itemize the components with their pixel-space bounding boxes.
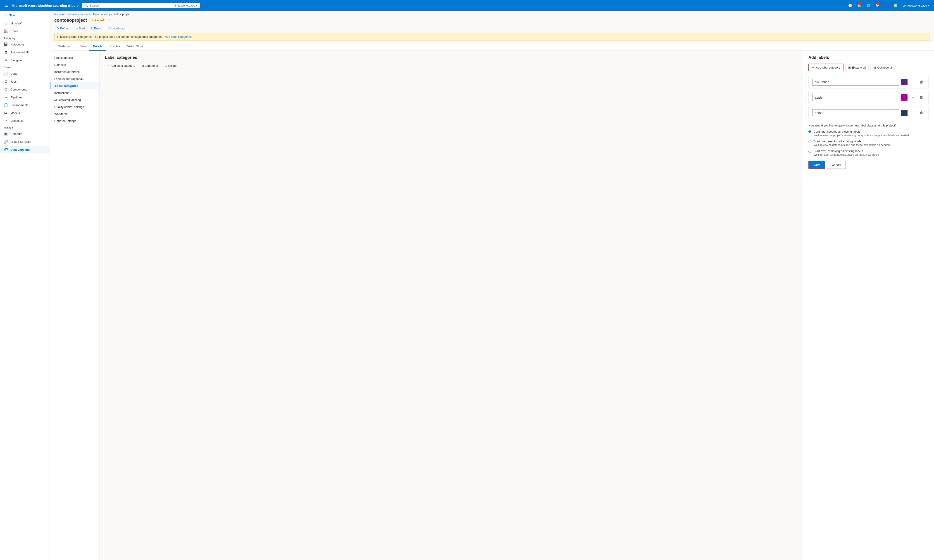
expand-all-button[interactable]: ⊞ Expand all [845, 64, 869, 71]
breadcrumb: Microsoft › contosoworkspace › Data Labe… [50, 11, 934, 16]
toolbar: ↻ Refresh ▷ Start ⇧ Export ☑ Label data [50, 25, 934, 33]
nav-project-details[interactable]: Project details [50, 54, 99, 61]
sidebar-item-endpoints[interactable]: → Endpoints [0, 117, 49, 125]
nav-datasets[interactable]: Datasets [50, 61, 99, 68]
search-bar[interactable]: 🔍 This workspace ▾ [82, 3, 200, 8]
refresh-button[interactable]: ↻ Refresh [54, 26, 72, 31]
add-sublabel-apple-button[interactable]: ＋ [910, 94, 916, 101]
radio-start-over-remove-label: Start over, removing all existing labels [814, 149, 879, 153]
history-icon[interactable]: 🕐 [846, 2, 854, 9]
sidebar-item-automated-ml[interactable]: ⚗ Automated ML [0, 48, 49, 56]
color-swatch-apple[interactable] [901, 94, 908, 101]
label-item-cucumber: ＋ 🗑 [808, 76, 929, 88]
user-menu[interactable]: contosoworkspace ▾ [901, 3, 931, 8]
sidebar-item-microsoft[interactable]: ⌂ Microsoft [0, 20, 49, 27]
notifications-icon[interactable]: 🔔 23 [856, 2, 863, 9]
collapse-button-secondary[interactable]: ⊟ Collap… [163, 63, 181, 68]
hamburger-icon[interactable]: ☰ [3, 2, 10, 9]
breadcrumb-workspace[interactable]: contosoworkspace [68, 13, 91, 16]
radio-start-over-remove-desc: We'll re-label all datapoints based on t… [814, 153, 879, 156]
sidebar-item-notebooks[interactable]: 📓 Notebooks [0, 40, 49, 48]
environments-icon: 🌐 [4, 103, 8, 107]
color-swatch-cucumber[interactable] [901, 79, 908, 85]
delete-cucumber-button[interactable]: 🗑 [919, 79, 925, 85]
label-input-cucumber[interactable] [812, 79, 899, 86]
radio-start-over-remove[interactable] [808, 150, 811, 153]
search-icon: 🔍 [85, 4, 88, 7]
settings-icon[interactable]: ⚙️ [865, 2, 872, 9]
project-title: contosoproject [54, 18, 87, 23]
sidebar-item-linked-services[interactable]: 🔗 Linked Services [0, 138, 49, 146]
tab-dashboard[interactable]: Dashboard [54, 42, 76, 51]
label-categories-title: Label categories [105, 55, 797, 60]
new-button[interactable]: ＋ New [0, 11, 49, 20]
data-labeling-icon: 🏷 [4, 148, 8, 152]
radio-continue[interactable] [808, 130, 811, 133]
label-data-button[interactable]: ☑ Label data [106, 26, 128, 31]
tab-insights[interactable]: Insights [106, 42, 124, 51]
label-input-onion[interactable] [812, 109, 899, 116]
search-input[interactable] [89, 4, 173, 7]
nav-label-categories[interactable]: Label categories [50, 82, 99, 89]
add-label-category-button[interactable]: ＋ Add label category [808, 63, 843, 71]
tab-data[interactable]: Data [76, 42, 89, 51]
tabs: Dashboard Data Details Insights Vision S… [50, 42, 934, 51]
add-sublabel-cucumber-button[interactable]: ＋ [910, 79, 916, 85]
nav-ml-assisted[interactable]: ML assisted labeling [50, 96, 99, 103]
sidebar-item-compute[interactable]: 💻 Compute [0, 130, 49, 138]
sidebar-item-data[interactable]: 📊 Data [0, 70, 49, 78]
export-button[interactable]: ⇧ Export [88, 26, 105, 31]
pause-icon: ⏸ [91, 19, 94, 22]
add-labels-title: Add labels [808, 55, 929, 60]
sidebar-item-pipelines[interactable]: ↔ Pipelines [0, 94, 49, 101]
nav-workforce[interactable]: Workforce [50, 111, 99, 117]
radio-start-over-keep[interactable] [808, 140, 811, 143]
refresh-icon: ↻ [57, 27, 59, 30]
help-icon[interactable]: ❓ [883, 2, 890, 9]
save-button[interactable]: Save [808, 161, 825, 169]
tab-details[interactable]: Details [89, 42, 106, 51]
delete-onion-button[interactable]: 🗑 [919, 110, 925, 116]
breadcrumb-microsoft[interactable]: Microsoft [54, 13, 65, 16]
add-label-category-button-secondary[interactable]: ＋ Add label category [105, 63, 137, 69]
sidebar-item-jobs[interactable]: ⚙ Jobs [0, 78, 49, 86]
details-layout: Project details Datasets Incremental ref… [50, 51, 934, 560]
sidebar-item-home[interactable]: 🏠 Home [0, 27, 49, 35]
nav-quality-control[interactable]: Quality control settings [50, 103, 99, 111]
label-panel-toolbar: ＋ Add label category ⊞ Expand all ⊟ Coll… [105, 63, 797, 69]
delete-apple-button[interactable]: 🗑 [919, 94, 925, 101]
sidebar-item-data-labeling[interactable]: 🏷 Data Labeling [0, 146, 49, 154]
sidebar: ＋ New ⌂ Microsoft 🏠 Home Authoring 📓 Not… [0, 11, 50, 560]
plus-icon: ＋ [4, 13, 7, 17]
cancel-button[interactable]: Cancel [827, 161, 846, 169]
add-sublabel-onion-button[interactable]: ＋ [910, 110, 916, 116]
status-badge: ⏸ Paused [89, 18, 106, 22]
panel-toolbar: ＋ Add label category ⊞ Expand all ⊟ Coll… [808, 63, 929, 71]
collapse-all-button[interactable]: ⊟ Collapse all [871, 64, 895, 71]
house-icon: 🏠 [4, 29, 8, 33]
feedback-icon[interactable]: 💬 14 [874, 2, 881, 9]
expand-all-button-secondary[interactable]: ⊞ Expand all [140, 63, 160, 68]
label-icon: ☑ [108, 27, 111, 30]
nav-instructions[interactable]: Instructions [50, 89, 99, 96]
user-icon[interactable]: 🙂 [892, 2, 899, 9]
radio-start-over-keep-label: Start over, keeping all existing labels [814, 140, 889, 143]
sidebar-item-designer[interactable]: ✏ Designer [0, 56, 49, 64]
nav-incremental-refresh[interactable]: Incremental refresh [50, 68, 99, 75]
compute-icon: 💻 [4, 132, 8, 136]
favorite-star-icon[interactable]: ☆ [108, 18, 111, 22]
nav-general-settings[interactable]: General Settings [50, 117, 99, 125]
radio-start-over-keep-desc: We'll review all datapoints and add thes… [814, 143, 889, 147]
start-button[interactable]: ▷ Start [74, 26, 87, 31]
sidebar-item-models[interactable]: 🗂 Models [0, 109, 49, 117]
workspace-selector[interactable]: This workspace ▾ [175, 4, 197, 7]
expand-icon: ⊞ [142, 64, 144, 68]
label-input-apple[interactable] [812, 94, 899, 101]
nav-label-export[interactable]: Label export (optional) [50, 75, 99, 82]
sidebar-item-environments[interactable]: 🌐 Environments [0, 101, 49, 109]
alert-link[interactable]: Add label categories. [165, 35, 192, 38]
sidebar-item-components[interactable]: ⬡ Components [0, 86, 49, 94]
tab-vision-studio[interactable]: Vision Studio [124, 42, 148, 51]
breadcrumb-section[interactable]: Data Labeling [93, 13, 110, 16]
color-swatch-onion[interactable] [901, 110, 908, 116]
